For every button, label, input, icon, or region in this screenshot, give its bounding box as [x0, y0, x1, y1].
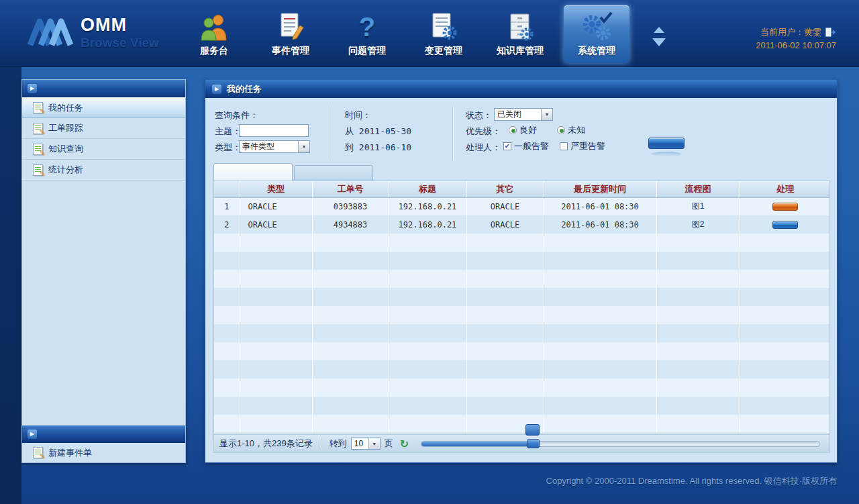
- goto-label: 转到: [330, 438, 347, 450]
- result-tabs: [213, 163, 374, 181]
- type-select[interactable]: 事件类型 ▼: [239, 140, 310, 153]
- table-row-empty[interactable]: [214, 324, 830, 342]
- query-conditions-label: 查询条件：: [215, 109, 258, 121]
- page-slider[interactable]: [421, 441, 820, 447]
- nav-knowledge-mgmt[interactable]: 知识库管理: [487, 5, 553, 63]
- sidebar-item-label: 我的任务: [48, 102, 83, 114]
- col-other[interactable]: 其它: [466, 181, 544, 197]
- handle-button[interactable]: [772, 203, 798, 211]
- col-action[interactable]: 处理: [740, 181, 830, 197]
- slider-handle[interactable]: [527, 439, 540, 448]
- change-mgmt-icon: [411, 8, 476, 42]
- logout-icon[interactable]: [825, 28, 836, 37]
- nav-change-mgmt[interactable]: 变更管理: [411, 5, 476, 63]
- query-button[interactable]: [648, 138, 685, 149]
- table-row-empty[interactable]: [214, 360, 830, 379]
- cell-type: ORACLE: [240, 215, 312, 234]
- scroll-up-icon[interactable]: [654, 27, 664, 33]
- flow-diagram-link[interactable]: 图2: [692, 219, 705, 229]
- sidebar-header: ▶: [22, 80, 185, 97]
- time-to-value: 到 2011-06-10: [345, 142, 411, 153]
- nav-system-mgmt-label: 系统管理: [564, 45, 629, 57]
- col-title[interactable]: 标题: [389, 181, 466, 197]
- sidebar-bottom: ▶ 新建事件单: [22, 425, 185, 462]
- sidebar-item-label: 统计分析: [48, 164, 83, 176]
- table-row-empty[interactable]: [214, 234, 830, 252]
- nav-service-desk[interactable]: 服务台: [181, 5, 247, 63]
- sidebar-item-new-incident[interactable]: 新建事件单: [22, 443, 185, 462]
- table-row-empty[interactable]: [214, 342, 830, 360]
- panel-arrow-icon: ▶: [28, 84, 37, 93]
- handler-severe-checkbox[interactable]: 严重告警: [560, 141, 605, 151]
- table-header-row: 类型 工单号 标题 其它 最后更新时间 流程图 处理: [214, 181, 830, 197]
- table-row-empty[interactable]: [214, 397, 830, 415]
- task-doc-icon: [33, 102, 43, 113]
- radio-icon[interactable]: [557, 126, 565, 134]
- cell-updated: 2011-06-01 08:30: [544, 215, 656, 234]
- incident-mgmt-icon: [258, 8, 323, 42]
- handler-general-checkbox[interactable]: ✔ 一般告警: [503, 141, 549, 151]
- nav-incident-mgmt[interactable]: 事件管理: [258, 5, 323, 63]
- time-from-value: 从 2011-05-30: [345, 125, 411, 137]
- table-row-empty[interactable]: [214, 288, 830, 306]
- col-order-no[interactable]: 工单号: [312, 181, 389, 197]
- table-row-empty[interactable]: [214, 270, 830, 288]
- task-doc-icon: [33, 447, 43, 458]
- sidebar-item-label: 工单跟踪: [48, 122, 83, 134]
- type-label: 类型：: [215, 142, 241, 153]
- handle-button[interactable]: [772, 221, 798, 229]
- table-row[interactable]: 1 ORACLE 0393883 192.168.0.21 ORACLE 201…: [214, 197, 830, 215]
- sidebar: ▶ 我的任务 工单跟踪 知识查询 统计分析 ▶ 新建事件单: [21, 79, 186, 463]
- left-edge-decoration: [0, 67, 21, 504]
- status-dropdown-arrow-icon[interactable]: ▼: [541, 109, 552, 120]
- subject-input[interactable]: [239, 124, 309, 137]
- type-dropdown-arrow-icon[interactable]: ▼: [298, 141, 309, 152]
- pagination-bar: 显示1-10，共239条记录 转到 10 ▼ 页 ↻: [213, 434, 830, 453]
- priority-label: 优先级：: [466, 125, 501, 137]
- tab-2[interactable]: [294, 165, 373, 181]
- sidebar-item-knowledge-query[interactable]: 知识查询: [22, 139, 185, 160]
- col-type[interactable]: 类型: [240, 181, 312, 197]
- page-size-dropdown-arrow-icon[interactable]: ▼: [368, 438, 380, 449]
- cell-title: 192.168.0.21: [389, 215, 466, 234]
- sidebar-item-statistics[interactable]: 统计分析: [22, 160, 185, 181]
- handler-general-label: 一般告警: [514, 141, 549, 151]
- results-table-wrap: 类型 工单号 标题 其它 最后更新时间 流程图 处理 1 ORACLE 0393…: [213, 181, 830, 434]
- refresh-icon[interactable]: ↻: [400, 438, 409, 450]
- radio-icon[interactable]: [509, 126, 517, 134]
- nav-system-mgmt[interactable]: 系统管理: [564, 5, 629, 63]
- current-datetime: 2011-06-02 10:07:07: [756, 39, 836, 52]
- pager-divider: [321, 438, 321, 449]
- panel-titlebar: ▶ 我的任务: [205, 80, 837, 98]
- scroll-down-icon[interactable]: [652, 38, 666, 46]
- tab-1[interactable]: [213, 163, 293, 181]
- task-doc-icon: [33, 144, 43, 155]
- logo-mark-icon: [27, 15, 77, 48]
- priority-unknown-radio[interactable]: 未知: [557, 125, 585, 135]
- main-nav: 服务台 事件管理 ? 问题管理: [181, 5, 629, 63]
- col-flow[interactable]: 流程图: [656, 181, 740, 197]
- page-size-select[interactable]: 10 ▼: [351, 438, 381, 450]
- table-row-empty[interactable]: [214, 415, 830, 433]
- table-row[interactable]: 2 ORACLE 4934883 192.168.0.21 ORACLE 201…: [214, 215, 830, 234]
- priority-good-radio[interactable]: 良好: [509, 125, 537, 135]
- table-row-empty[interactable]: [214, 379, 830, 397]
- table-row-empty[interactable]: [214, 252, 830, 270]
- nav-problem-mgmt[interactable]: ? 问题管理: [334, 5, 400, 63]
- sidebar-bottom-header: ▶: [22, 425, 185, 443]
- checkbox-unchecked-icon[interactable]: [560, 142, 568, 150]
- page-size-value: 10: [352, 438, 368, 449]
- sidebar-item-my-tasks[interactable]: 我的任务: [22, 97, 185, 118]
- cell-action: [740, 197, 830, 215]
- flow-diagram-link[interactable]: 图1: [692, 201, 705, 211]
- sidebar-item-order-tracking[interactable]: 工单跟踪: [22, 118, 185, 139]
- nav-scroll-arrows[interactable]: [652, 27, 666, 46]
- status-select[interactable]: 已关闭 ▼: [494, 108, 553, 121]
- cell-type: ORACLE: [240, 197, 312, 215]
- col-updated[interactable]: 最后更新时间: [544, 181, 656, 197]
- nav-change-mgmt-label: 变更管理: [411, 45, 476, 57]
- table-row-empty[interactable]: [214, 306, 830, 324]
- checkbox-checked-icon[interactable]: ✔: [503, 142, 511, 150]
- col-index: [214, 181, 240, 197]
- priority-unknown-label: 未知: [568, 125, 585, 135]
